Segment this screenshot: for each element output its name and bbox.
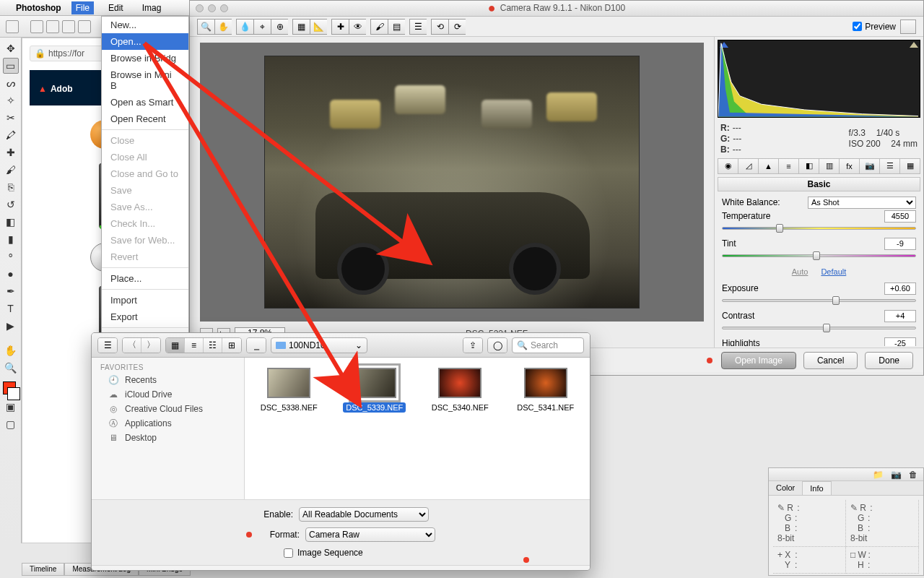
folder-picker[interactable]: 100ND10⌄ bbox=[271, 337, 367, 353]
dodge-tool-icon[interactable]: ● bbox=[3, 266, 19, 282]
tab-basic-icon[interactable]: ◉ bbox=[718, 159, 738, 173]
mi-open-smart[interactable]: Open as Smart bbox=[102, 94, 188, 111]
zoom-tool-icon[interactable]: 🔍 bbox=[3, 360, 19, 376]
mi-new[interactable]: New... bbox=[102, 17, 188, 33]
histogram[interactable] bbox=[718, 40, 920, 118]
tab-hsl-icon[interactable]: ≡ bbox=[779, 159, 799, 173]
sidebar-desktop[interactable]: 🖥Desktop bbox=[92, 431, 244, 445]
path-tool-icon[interactable]: ▶ bbox=[3, 318, 19, 334]
screenmode-icon[interactable]: ▢ bbox=[3, 416, 19, 432]
list-view-icon[interactable]: ☰ bbox=[409, 19, 427, 35]
contrast-slider[interactable] bbox=[722, 324, 916, 332]
traffic-lights[interactable] bbox=[196, 4, 228, 12]
stamp-tool-icon[interactable]: ⎘ bbox=[3, 179, 19, 195]
exposure-slider[interactable] bbox=[722, 296, 916, 305]
sidebar-applications[interactable]: ⒶApplications bbox=[92, 416, 244, 431]
tab-timeline[interactable]: Timeline bbox=[22, 563, 64, 576]
pen-tool-icon[interactable]: ✒ bbox=[3, 283, 19, 299]
type-tool-icon[interactable]: T bbox=[3, 301, 19, 316]
spot-tool-icon[interactable]: ✚ bbox=[331, 19, 349, 35]
fullscreen-toggle-icon[interactable] bbox=[900, 20, 916, 34]
marquee-tool-icon[interactable]: ▭ bbox=[3, 58, 19, 74]
nav-back-fwd[interactable]: 〈〉 bbox=[122, 337, 161, 353]
redeye-tool-icon[interactable]: 👁 bbox=[349, 19, 366, 35]
color-swatch[interactable] bbox=[3, 381, 19, 397]
crop-tool-icon[interactable]: ▦ bbox=[292, 19, 310, 35]
straighten-tool-icon[interactable]: 📐 bbox=[310, 19, 327, 35]
auto-link[interactable]: Auto bbox=[792, 267, 808, 276]
eraser-tool-icon[interactable]: ◧ bbox=[3, 214, 19, 230]
hand-tool-icon[interactable]: ✋ bbox=[3, 342, 19, 358]
zoom-tool-icon[interactable]: 🔍 bbox=[197, 19, 214, 35]
file-item[interactable]: DSC_5338.NEF bbox=[253, 368, 325, 413]
file-item[interactable]: DSC_5341.NEF bbox=[510, 368, 582, 413]
tab-info[interactable]: Info bbox=[802, 481, 831, 495]
rotate-cw-icon[interactable]: ⟳ bbox=[448, 19, 466, 35]
tab-presets-icon[interactable]: ☰ bbox=[880, 159, 900, 173]
tags-button[interactable]: ◯ bbox=[487, 337, 507, 353]
exposure-input[interactable] bbox=[884, 282, 916, 295]
rotate-ccw-icon[interactable]: ⟲ bbox=[431, 19, 448, 35]
sidebar-recents[interactable]: 🕘Recents bbox=[92, 373, 244, 387]
sidebar-toggle[interactable]: ☰ bbox=[97, 337, 118, 353]
opt-icon-3[interactable] bbox=[62, 20, 75, 33]
sampler-tool-icon[interactable]: ⌖ bbox=[253, 19, 271, 35]
camera-icon[interactable]: 📷 bbox=[891, 470, 902, 480]
grad-filter-icon[interactable]: ▤ bbox=[388, 19, 405, 35]
mi-export[interactable]: Export bbox=[102, 309, 188, 325]
share-button[interactable]: ⇪ bbox=[463, 337, 483, 353]
tint-slider[interactable] bbox=[722, 251, 916, 260]
file-item[interactable]: DSC_5340.NEF bbox=[424, 368, 496, 413]
tab-snapshots-icon[interactable]: ▦ bbox=[900, 159, 920, 173]
opt-icon-1[interactable] bbox=[30, 20, 43, 33]
blur-tool-icon[interactable]: ᵒ bbox=[3, 249, 19, 264]
tab-curve-icon[interactable]: ◿ bbox=[738, 159, 759, 173]
highlights-input[interactable] bbox=[884, 337, 916, 346]
sidebar-ccfiles[interactable]: ◎Creative Cloud Files bbox=[92, 402, 244, 416]
opt-icon-2[interactable] bbox=[46, 20, 59, 33]
group-arrange[interactable]: ⎯ bbox=[246, 337, 266, 353]
file-grid[interactable]: DSC_5338.NEF DSC_5339.NEF DSC_5340.NEF D… bbox=[245, 358, 590, 499]
wand-tool-icon[interactable]: ✧ bbox=[3, 92, 19, 108]
tab-fx-icon[interactable]: fx bbox=[840, 159, 860, 173]
menu-file[interactable]: File bbox=[71, 1, 94, 14]
cancel-button[interactable]: Cancel bbox=[803, 352, 858, 369]
hand-tool-icon[interactable]: ✋ bbox=[214, 19, 232, 35]
mi-browse-mini[interactable]: Browse in Mini B bbox=[102, 66, 188, 94]
mi-open-recent[interactable]: Open Recent bbox=[102, 111, 188, 127]
opt-icon-4[interactable] bbox=[78, 20, 91, 33]
done-button[interactable]: Done bbox=[865, 352, 913, 369]
move-tool-icon[interactable]: ✥ bbox=[3, 40, 19, 56]
tab-detail-icon[interactable]: ▲ bbox=[759, 159, 779, 173]
menu-edit[interactable]: Edit bbox=[104, 1, 128, 14]
tab-lens-icon[interactable]: ▥ bbox=[819, 159, 840, 173]
menu-image[interactable]: Imag bbox=[138, 1, 166, 14]
mi-open[interactable]: Open... bbox=[102, 33, 188, 50]
brush-tool-icon[interactable]: 🖌 bbox=[3, 162, 19, 178]
tint-input[interactable] bbox=[884, 238, 916, 250]
crop-tool-icon[interactable]: ✂ bbox=[3, 110, 19, 126]
sidebar-icloud[interactable]: ☁iCloud Drive bbox=[92, 387, 244, 402]
wb-tool-icon[interactable]: 💧 bbox=[236, 19, 253, 35]
adj-brush-icon[interactable]: 🖌 bbox=[370, 19, 388, 35]
quickmask-icon[interactable]: ▣ bbox=[3, 399, 19, 415]
preview-checkbox[interactable]: Preview bbox=[853, 22, 896, 32]
default-link[interactable]: Default bbox=[821, 267, 846, 276]
search-field[interactable]: 🔍Search bbox=[512, 337, 584, 353]
temp-slider[interactable] bbox=[722, 224, 916, 233]
eyedropper-tool-icon[interactable]: 🖍 bbox=[3, 127, 19, 143]
history-tool-icon[interactable]: ↺ bbox=[3, 197, 19, 212]
view-mode-switch[interactable]: ▦≡☷⊞ bbox=[165, 337, 242, 353]
format-select[interactable]: Camera Raw bbox=[305, 527, 435, 542]
temp-input[interactable] bbox=[884, 210, 916, 223]
contrast-input[interactable] bbox=[884, 310, 916, 322]
marquee-icon[interactable] bbox=[6, 20, 19, 33]
trash-icon[interactable]: 🗑 bbox=[909, 470, 918, 480]
heal-tool-icon[interactable]: ✚ bbox=[3, 144, 19, 160]
folder-icon[interactable]: 📁 bbox=[873, 470, 884, 480]
mi-place[interactable]: Place... bbox=[102, 270, 188, 287]
preview-area[interactable] bbox=[200, 43, 704, 322]
lasso-tool-icon[interactable]: ᔕ bbox=[3, 75, 19, 91]
tab-color[interactable]: Color bbox=[769, 481, 802, 495]
image-seq-checkbox[interactable] bbox=[284, 548, 293, 558]
